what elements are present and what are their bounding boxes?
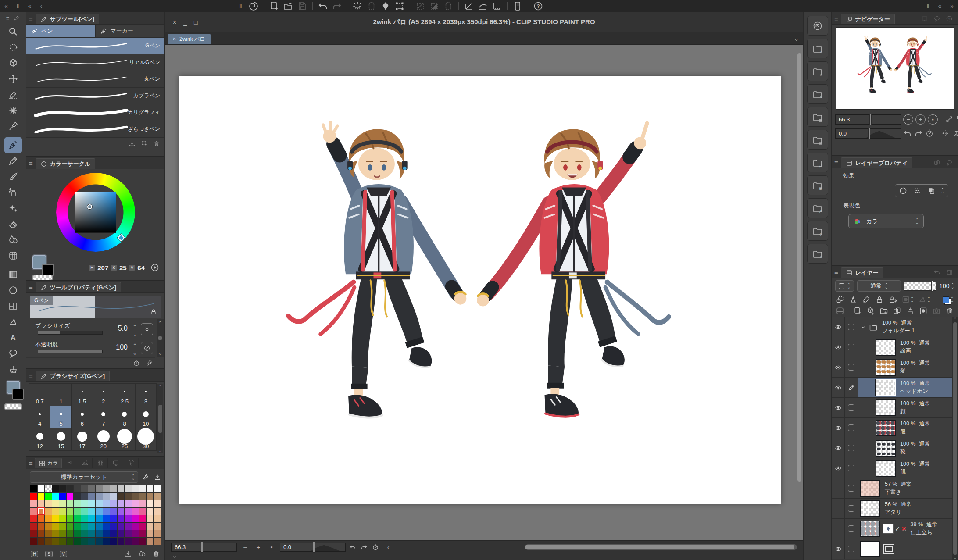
color-swatch[interactable] xyxy=(118,485,125,492)
subtool-group-tab[interactable]: ペン xyxy=(26,25,96,37)
delete-color-icon[interactable] xyxy=(152,550,160,558)
color-swatch[interactable] xyxy=(45,508,52,515)
navigator-rotate-slider[interactable]: 0.0 xyxy=(835,128,901,139)
color-swatch[interactable] xyxy=(154,500,161,507)
layer-checkbox[interactable] xyxy=(848,445,854,451)
color-swatch[interactable] xyxy=(81,485,88,492)
tab-list-chevron[interactable]: ⌄ xyxy=(794,36,799,42)
layer-color-button[interactable]: ⌃⌄ xyxy=(943,296,954,303)
figure-tool[interactable] xyxy=(4,282,22,298)
layer-list-view-button[interactable] xyxy=(836,307,844,315)
tab-approximate-color[interactable] xyxy=(78,458,93,468)
add-subtool-icon[interactable] xyxy=(141,140,148,147)
blend-tool[interactable] xyxy=(4,232,22,248)
color-swatch[interactable] xyxy=(96,500,103,507)
color-swatch[interactable] xyxy=(45,515,52,522)
quick-access-button[interactable] xyxy=(807,16,828,36)
background-color-swatch[interactable] xyxy=(12,389,24,400)
tab-color-history[interactable] xyxy=(93,458,108,468)
color-swatch[interactable] xyxy=(88,530,95,537)
layer-visibility-toggle[interactable] xyxy=(832,519,845,539)
navigator-preview[interactable] xyxy=(836,27,954,110)
brush-size-cell[interactable]: 1.5 xyxy=(72,384,93,406)
color-swatch[interactable] xyxy=(103,523,110,530)
layer-visibility-toggle[interactable] xyxy=(832,438,845,458)
layer-visibility-toggle[interactable] xyxy=(832,337,845,357)
redo-button[interactable] xyxy=(330,0,344,12)
layer-select-cell[interactable] xyxy=(845,398,858,417)
color-swatch[interactable] xyxy=(30,530,37,537)
enable-mask-button[interactable]: ⌃⌄ xyxy=(901,295,914,304)
brush-size-cell[interactable]: 6 xyxy=(72,406,93,428)
color-swatch[interactable] xyxy=(74,515,81,522)
nav-actual-size-button[interactable] xyxy=(956,115,958,124)
color-swatch[interactable] xyxy=(88,500,95,507)
tool-property-panel-tab[interactable]: ツールプロパティ[Gペン] xyxy=(36,282,122,292)
layer-row[interactable]: ✓ × 100 % 通常 顔 xyxy=(832,398,958,418)
color-swatch[interactable] xyxy=(52,508,59,515)
color-swatch[interactable] xyxy=(103,530,110,537)
color-swatch[interactable] xyxy=(67,530,74,537)
layer-checkbox[interactable] xyxy=(848,505,854,512)
color-swatch[interactable] xyxy=(59,493,66,500)
color-swatch[interactable] xyxy=(147,538,154,545)
layer-list-scrollbar[interactable]: ⌃⌄ xyxy=(952,317,958,560)
lock-icon[interactable] xyxy=(150,308,157,315)
help-button[interactable] xyxy=(531,0,545,12)
color-mode-toggle-icon[interactable] xyxy=(150,263,159,272)
import-color-set-icon[interactable] xyxy=(154,474,161,481)
right-dock-collapse-button[interactable]: « xyxy=(933,0,946,12)
brush-tool[interactable] xyxy=(4,169,22,185)
material-3d-folder-button[interactable]: ◇ xyxy=(807,221,828,241)
delete-subtool-icon[interactable] xyxy=(153,140,160,147)
subtool-item[interactable]: 丸ペン xyxy=(26,71,164,88)
tool-property-scrollbar[interactable]: ⌃⌄ xyxy=(157,319,164,357)
new-vector-layer-button[interactable] xyxy=(866,307,875,315)
layer-search-tab-icon[interactable] xyxy=(933,269,940,276)
color-swatch[interactable] xyxy=(81,508,88,515)
color-swatch[interactable] xyxy=(96,538,103,545)
color-swatch[interactable] xyxy=(132,523,139,530)
color-swatch[interactable] xyxy=(88,523,95,530)
color-swatch[interactable] xyxy=(132,530,139,537)
text-tool[interactable] xyxy=(4,330,22,346)
onion-skin-button[interactable] xyxy=(849,295,858,304)
color-swatch[interactable] xyxy=(67,538,74,545)
tab-color-comparison[interactable] xyxy=(124,458,139,468)
layer-row[interactable]: ✓ × 100 % 通常 髪 xyxy=(832,357,958,378)
selection-tool[interactable] xyxy=(4,87,22,103)
color-swatch[interactable] xyxy=(52,523,59,530)
save-button[interactable] xyxy=(295,0,309,12)
rotate-right-button[interactable] xyxy=(361,544,368,551)
color-swatch[interactable] xyxy=(118,538,125,545)
subtool-item[interactable]: ざらつきペン xyxy=(26,121,164,138)
nav-rotate-left-button[interactable] xyxy=(903,129,912,138)
effect-expand-chevron[interactable]: ⌃⌄ xyxy=(941,189,944,193)
layer-visibility-toggle[interactable] xyxy=(832,539,845,559)
rotate-canvas-tool[interactable] xyxy=(4,39,22,55)
layer-checkbox[interactable] xyxy=(848,324,854,330)
layer-opacity-control[interactable]: 100 ⌃⌄ xyxy=(939,282,954,289)
color-swatch[interactable] xyxy=(88,485,95,492)
color-swatch[interactable] xyxy=(118,500,125,507)
lock-transparent-pixels-button[interactable] xyxy=(888,295,897,304)
document-tab[interactable]: × 2wink パロ xyxy=(168,34,211,44)
subtool-item[interactable]: リアルGペン xyxy=(26,54,164,71)
color-swatch[interactable] xyxy=(125,530,132,537)
canvas[interactable] xyxy=(179,76,781,504)
color-swatch[interactable] xyxy=(30,515,37,522)
color-swatch[interactable] xyxy=(125,500,132,507)
color-swatch[interactable] xyxy=(38,508,45,515)
nav-zoom-out-button[interactable]: − xyxy=(903,114,913,125)
brush-size-cell[interactable]: 8 xyxy=(114,406,135,428)
layer-checkbox[interactable] xyxy=(848,525,854,532)
layer-checkbox[interactable] xyxy=(848,546,854,552)
layer-row[interactable]: ✓ × 100 % 通常 服 xyxy=(832,418,958,438)
object-tool[interactable] xyxy=(4,55,22,71)
color-swatch[interactable] xyxy=(103,485,110,492)
layer-visibility-toggle[interactable] xyxy=(832,398,845,417)
layer-row[interactable]: ✓ × 100 % 通常 靴 xyxy=(832,438,958,458)
color-swatch[interactable] xyxy=(147,500,154,507)
saturation-value-square[interactable] xyxy=(75,192,116,233)
color-swatch[interactable] xyxy=(88,508,95,515)
